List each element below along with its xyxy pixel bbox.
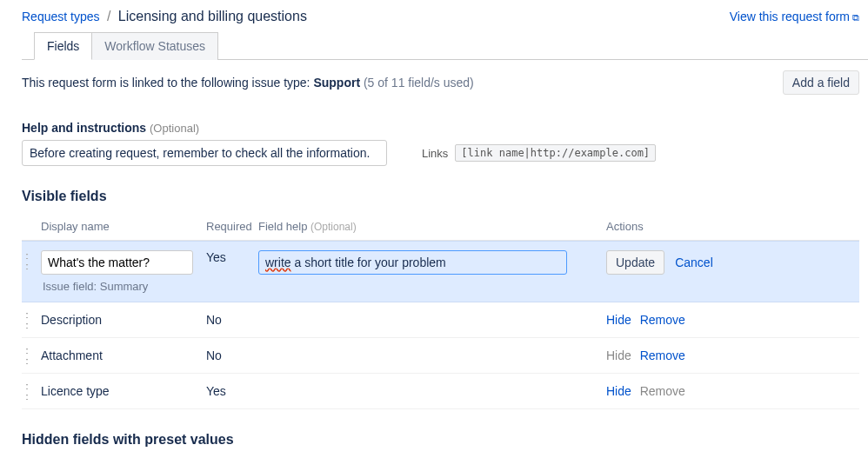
- breadcrumb-sep: /: [107, 9, 110, 23]
- col-field-help: Field help (Optional): [258, 220, 580, 233]
- visible-field-row: :::: Description No Hide Remove: [22, 302, 859, 338]
- field-name: Licence type: [41, 384, 206, 398]
- view-request-form-link[interactable]: View this request form⧉: [730, 10, 859, 23]
- col-required: Required: [206, 220, 258, 233]
- required-value: Yes: [206, 384, 258, 398]
- issue-field-label: Issue field: Summary: [41, 280, 206, 293]
- remove-link[interactable]: Remove: [640, 313, 685, 327]
- required-value: No: [206, 313, 258, 327]
- tab-workflow-statuses[interactable]: Workflow Statuses: [92, 32, 218, 60]
- external-link-icon: ⧉: [852, 12, 859, 23]
- breadcrumb: Request types / Licensing and billing qu…: [22, 9, 307, 24]
- visible-field-row: :::: Licence type Yes Hide Remove: [22, 374, 859, 409]
- breadcrumb-parent[interactable]: Request types: [22, 10, 100, 23]
- drag-handle-icon[interactable]: ::::: [22, 345, 41, 366]
- page-title: Licensing and billing questions: [118, 9, 307, 23]
- tab-fields[interactable]: Fields: [34, 32, 92, 60]
- visible-field-row-editing: :::: Issue field: Summary Yes write a sh…: [22, 241, 859, 302]
- col-actions: Actions: [606, 220, 780, 233]
- col-display-name: Display name: [41, 220, 206, 233]
- cancel-link[interactable]: Cancel: [675, 256, 713, 269]
- field-help-input[interactable]: write a short title for your problem: [258, 250, 567, 275]
- display-name-input[interactable]: [41, 250, 193, 275]
- required-value: Yes: [206, 250, 258, 264]
- visible-field-row: :::: Attachment No Hide Remove: [22, 338, 859, 374]
- hide-link[interactable]: Hide: [606, 313, 631, 327]
- field-name: Description: [41, 313, 206, 327]
- visible-fields-heading: Visible fields: [0, 166, 868, 213]
- tabs: Fields Workflow Statuses: [22, 31, 868, 60]
- update-button[interactable]: Update: [606, 250, 664, 275]
- help-instructions-heading: Help and instructions (Optional): [22, 121, 859, 135]
- drag-handle-icon[interactable]: ::::: [22, 381, 41, 402]
- remove-disabled: Remove: [640, 384, 685, 398]
- hide-disabled: Hide: [606, 348, 631, 362]
- remove-link[interactable]: Remove: [640, 348, 685, 362]
- issue-type-info: This request form is linked to the follo…: [22, 76, 474, 90]
- links-syntax-hint: [link name|http://example.com]: [455, 144, 656, 162]
- help-instructions-input[interactable]: [22, 140, 387, 166]
- required-value: No: [206, 348, 258, 362]
- hide-link[interactable]: Hide: [606, 384, 631, 398]
- add-field-button[interactable]: Add a field: [783, 70, 859, 95]
- drag-handle-icon[interactable]: ::::: [22, 250, 41, 271]
- links-label: Links: [422, 147, 448, 160]
- field-name: Attachment: [41, 348, 206, 362]
- drag-handle-icon[interactable]: ::::: [22, 309, 41, 330]
- hidden-fields-heading: Hidden fields with preset values: [0, 409, 868, 456]
